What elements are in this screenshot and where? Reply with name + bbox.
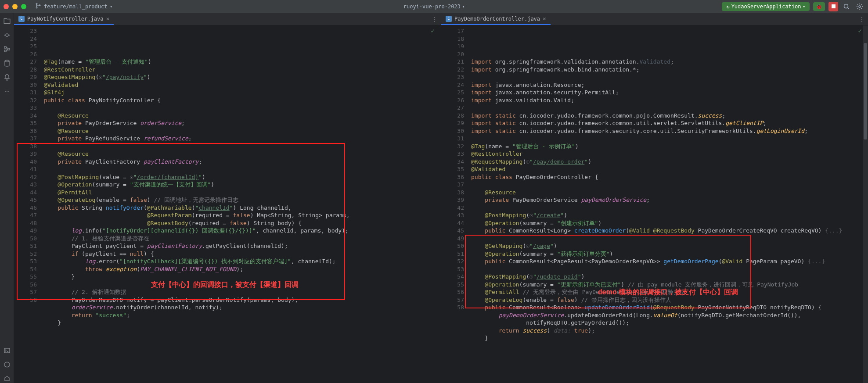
settings-button[interactable] xyxy=(855,2,864,11)
code-line[interactable]: @RequestBody(required = false) String bo… xyxy=(41,219,441,227)
line-number[interactable]: 32 xyxy=(443,143,464,150)
line-number[interactable]: 32 xyxy=(16,97,37,104)
code-line[interactable]: private PayClientFactory payClientFactor… xyxy=(41,158,441,166)
line-number[interactable]: 43 xyxy=(443,211,464,219)
line-number[interactable]: 45 xyxy=(16,196,37,204)
code-line[interactable] xyxy=(468,204,868,212)
line-number[interactable]: 43 xyxy=(16,181,37,189)
code-line[interactable]: public class PayDemoOrderController { xyxy=(468,173,868,181)
terminal-tool-button[interactable] xyxy=(3,346,11,355)
code-line[interactable]: import javax.validation.Valid; xyxy=(468,97,868,104)
code-line[interactable]: PayOrderRespDTO notify = payClient.parse… xyxy=(41,296,441,304)
search-button[interactable] xyxy=(842,2,851,11)
line-number[interactable]: 39 xyxy=(443,196,464,204)
line-number[interactable]: 53 xyxy=(443,265,464,273)
line-number[interactable]: 50 xyxy=(443,242,464,250)
left-code-area[interactable]: 2324252627282930313233343536373839404142… xyxy=(14,25,441,383)
code-line[interactable] xyxy=(468,104,868,112)
code-line[interactable]: @Operation(summary = "获得示例订单分页") xyxy=(468,250,868,258)
code-line[interactable]: @PermitAll xyxy=(41,189,441,197)
code-line[interactable] xyxy=(468,73,868,81)
code-line[interactable]: @RestController xyxy=(41,66,441,74)
code-line[interactable]: @Tag(name = "管理后台 - 支付通知") xyxy=(41,58,441,66)
code-line[interactable]: } xyxy=(41,273,441,281)
code-line[interactable]: public String notifyOrder(@PathVariable(… xyxy=(41,204,441,212)
code-line[interactable]: throw exception(PAY_CHANNEL_CLIENT_NOT_F… xyxy=(41,265,441,273)
code-line[interactable]: log.error("[notifyCallback][渠道编号({}) 找不到… xyxy=(41,258,441,265)
code-line[interactable] xyxy=(41,104,441,112)
line-number[interactable]: 52 xyxy=(16,250,37,258)
code-line[interactable]: return "success"; xyxy=(41,311,441,319)
code-line[interactable] xyxy=(41,143,441,150)
code-line[interactable]: return success( data: true); xyxy=(468,327,868,335)
code-line[interactable]: @Slf4j xyxy=(41,89,441,97)
line-number[interactable]: 23 xyxy=(16,27,37,35)
line-number[interactable]: 25 xyxy=(16,43,37,50)
line-number[interactable]: 49 xyxy=(443,235,464,243)
code-line[interactable] xyxy=(468,235,868,243)
code-line[interactable]: @Validated xyxy=(468,165,868,173)
code-line[interactable]: import static cn.iocoder.yudao.framework… xyxy=(468,112,868,120)
code-line[interactable]: @PostMapping(☉"/update-paid") xyxy=(468,273,868,281)
line-number[interactable]: 54 xyxy=(443,273,464,281)
code-line[interactable]: import org.springframework.validation.an… xyxy=(468,58,868,66)
line-number[interactable]: 41 xyxy=(16,165,37,173)
line-number[interactable]: 47 xyxy=(16,211,37,219)
close-tab-icon[interactable]: × xyxy=(543,15,546,22)
line-number[interactable]: 36 xyxy=(16,127,37,135)
right-code-area[interactable]: 1718192021222324252627282930313233343536… xyxy=(441,25,868,383)
code-line[interactable]: public CommonResult<Boolean> updateDemoO… xyxy=(468,304,868,311)
code-line[interactable]: @RestController xyxy=(468,150,868,158)
code-line[interactable]: import static cn.iocoder.yudao.framework… xyxy=(468,119,868,127)
close-tab-icon[interactable]: × xyxy=(106,15,109,22)
code-line[interactable] xyxy=(41,165,441,173)
code-line[interactable]: } xyxy=(41,319,441,327)
line-number[interactable]: 38 xyxy=(16,143,37,150)
line-number[interactable]: 17 xyxy=(443,27,464,35)
code-line[interactable]: import static cn.iocoder.yudao.framework… xyxy=(468,127,868,135)
line-number[interactable]: 55 xyxy=(443,281,464,289)
line-number[interactable]: 33 xyxy=(443,150,464,158)
code-line[interactable]: } xyxy=(468,334,868,342)
tab-more-icon[interactable]: ⋮ xyxy=(432,16,437,22)
commit-tool-button[interactable] xyxy=(3,31,11,39)
code-line[interactable]: if (payClient == null) { xyxy=(41,250,441,258)
build-tool-button[interactable] xyxy=(3,374,11,383)
code-line[interactable]: // 1. 校验支付渠道是否存在 xyxy=(41,235,441,243)
line-number[interactable]: 45 xyxy=(443,227,464,235)
code-line[interactable] xyxy=(468,181,868,189)
line-number[interactable]: 53 xyxy=(16,258,37,265)
code-line[interactable]: @GetMapping(☉"/page") xyxy=(468,242,868,250)
line-number[interactable]: 31 xyxy=(443,135,464,143)
line-number[interactable]: 35 xyxy=(443,165,464,173)
code-line[interactable]: @Resource xyxy=(468,189,868,197)
code-line[interactable]: payDemoOrderService.updateDemoOrderPaid(… xyxy=(468,311,868,319)
more-tool-button[interactable] xyxy=(3,87,11,96)
tab-paynotify[interactable]: C PayNotifyController.java × xyxy=(14,13,114,25)
line-number[interactable]: 58 xyxy=(16,296,37,304)
left-code[interactable]: @Tag(name = "管理后台 - 支付通知")@RestControlle… xyxy=(41,25,441,383)
code-line[interactable]: @Resource xyxy=(41,112,441,120)
line-number[interactable]: 34 xyxy=(16,112,37,120)
line-number[interactable]: 25 xyxy=(443,89,464,97)
code-line[interactable]: notifyReqDTO.getPayOrderId()); xyxy=(468,319,868,327)
line-number[interactable]: 29 xyxy=(16,73,37,81)
close-window-button[interactable] xyxy=(4,4,9,9)
code-line[interactable]: // 2. 解析通知数据 xyxy=(41,288,441,296)
line-number[interactable]: 55 xyxy=(16,273,37,281)
code-line[interactable]: @RequestMapping(☉"/pay/notify") xyxy=(41,73,441,81)
line-number[interactable]: 58 xyxy=(443,304,464,311)
line-number[interactable]: 42 xyxy=(16,173,37,181)
tab-more-icon[interactable]: ⋮ xyxy=(859,16,864,22)
database-tool-button[interactable] xyxy=(3,59,11,68)
line-number[interactable]: 52 xyxy=(443,258,464,265)
maximize-window-button[interactable] xyxy=(21,4,26,9)
line-number[interactable]: 42 xyxy=(443,204,464,212)
project-selector[interactable]: ruoyi-vue-pro-2023 ▾ xyxy=(403,4,465,10)
code-line[interactable]: public CommonResult<Long> createDemoOrde… xyxy=(468,227,868,235)
code-line[interactable]: @PostMapping(☉"/create") xyxy=(468,211,868,219)
code-line[interactable]: @PostMapping(value = ☉"/order/{channelId… xyxy=(41,173,441,181)
tab-paydemoorder[interactable]: C PayDemoOrderController.java × xyxy=(441,13,551,25)
code-line[interactable]: @Tag(name = "管理后台 - 示例订单") xyxy=(468,143,868,150)
line-number[interactable]: 46 xyxy=(16,204,37,212)
